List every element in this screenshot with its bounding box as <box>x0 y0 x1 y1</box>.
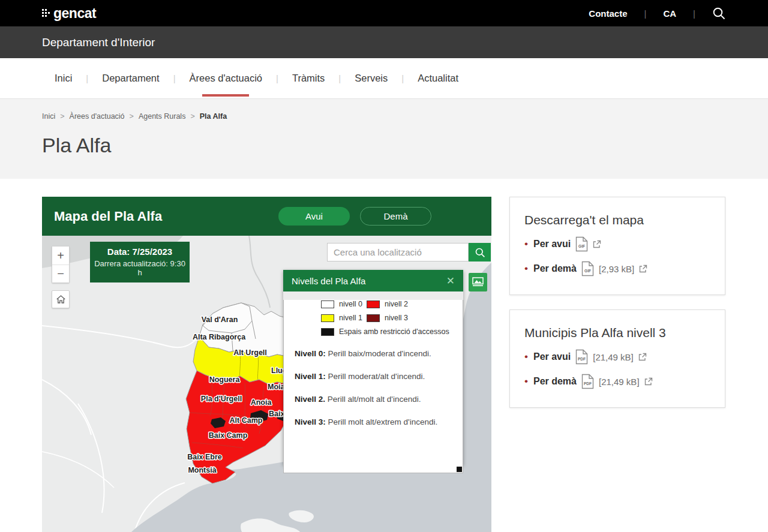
svg-text:PDF: PDF <box>578 357 586 361</box>
nivell0-swatch <box>321 300 334 308</box>
legend-description-2: Nivell 2. Perill alt/molt alt d'incendi. <box>295 395 463 404</box>
municipis-nivell3-card: Municipis Pla Alfa nivell 3 • Per avui P… <box>509 309 725 408</box>
nav-separator: | <box>173 73 176 83</box>
legend-swatch-nivell3: nivell 3 <box>367 314 463 322</box>
map-label-noguera: Noguera <box>209 375 241 384</box>
bullet: • <box>524 351 528 363</box>
legend-description-1: Nivell 1: Perill moderat/alt d'incendi. <box>295 372 463 381</box>
municipis-tomorrow-pdf-link[interactable]: • Per demà PDF [21,49 kB] <box>524 374 710 389</box>
legend-swatch-restricted: Espais amb restricció d'accessos <box>321 327 463 336</box>
gencat-dots-icon <box>42 7 52 19</box>
top-bar: gencat Contacte | CA | <box>0 0 768 26</box>
location-search-input[interactable] <box>327 243 469 262</box>
breadcrumb-inici[interactable]: Inici <box>42 112 55 121</box>
breadcrumb: Inici > Àrees d'actuació > Agents Rurals… <box>42 112 726 121</box>
main-nav: Inici | Departament | Àrees d'actuació |… <box>0 58 768 99</box>
logo-text: gencat <box>53 7 96 20</box>
external-link-icon <box>593 240 601 248</box>
nav-item-actualitat[interactable]: Actualitat <box>418 58 458 99</box>
map-date: Data: 7/25/2023 <box>92 247 187 257</box>
svg-text:GIF: GIF <box>578 244 585 248</box>
breadcrumb-arees[interactable]: Àrees d'actuació <box>70 112 125 121</box>
location-search <box>327 243 491 262</box>
map-label-anoia: Anoia <box>251 398 272 407</box>
legend-swatch-nivell2: nivell 2 <box>367 300 463 308</box>
zoom-controls: + − <box>52 246 70 283</box>
download-today-gif-link[interactable]: • Per avui GIF <box>524 236 710 252</box>
legend-swatch-nivell0: nivell 0 <box>321 300 367 308</box>
breadcrumb-agents-rurals[interactable]: Agents Rurals <box>139 112 186 121</box>
external-link-icon <box>638 353 647 361</box>
map-card: Mapa del Pla Alfa Avui Demà <box>42 197 491 532</box>
tomorrow-toggle-button[interactable]: Demà <box>360 207 431 226</box>
map-label-pla-durgell: Pla d'Urgell <box>201 395 242 403</box>
legend-header: Nivells del Pla Alfa ✕ <box>283 270 463 291</box>
map-label-alta-ribagorca: Alta Ribagorça <box>193 333 246 341</box>
nav-item-serveis[interactable]: Serveis <box>355 58 388 99</box>
bullet: • <box>524 238 528 250</box>
zoom-in-button[interactable]: + <box>52 247 69 265</box>
file-size: [21,49 kB] <box>599 377 640 387</box>
map-label-montsia: Montsià <box>188 466 216 474</box>
map-viewport[interactable]: Val d'Aran Alta Ribagorça Alt Urgell Nog… <box>42 236 491 532</box>
gif-file-icon: GIF <box>575 236 588 252</box>
legend-panel: Nivells del Pla Alfa ✕ nivell 0 nivell 2 <box>283 270 463 465</box>
pdf-file-icon: PDF <box>575 349 588 365</box>
nav-item-arees-actuacio[interactable]: Àrees d'actuació <box>190 58 262 99</box>
external-link-icon <box>639 265 647 273</box>
map-label-val-daran: Val d'Aran <box>202 315 238 324</box>
municipis-today-pdf-link[interactable]: • Per avui PDF [21,49 kB] <box>524 349 710 365</box>
restricted-swatch <box>321 328 334 336</box>
map-label-baix-ebre: Baix Ebre <box>187 453 222 461</box>
download-map-card: Descarrega't el mapa • Per avui GIF • Pe… <box>509 197 725 295</box>
download-tomorrow-gif-link[interactable]: • Per demà GIF [2,93 kB] <box>524 261 710 276</box>
nav-item-tramits[interactable]: Tràmits <box>292 58 325 99</box>
map-title: Mapa del Pla Alfa <box>54 209 162 224</box>
gencat-logo[interactable]: gencat <box>42 7 96 20</box>
legend-title: Nivells del Pla Alfa <box>292 276 365 286</box>
zoom-out-button[interactable]: − <box>52 265 69 282</box>
file-size: [2,93 kB] <box>599 264 634 274</box>
breadcrumb-separator: > <box>190 112 194 121</box>
home-icon <box>56 294 66 304</box>
nivell3-swatch <box>367 314 380 322</box>
search-icon <box>475 247 485 258</box>
nav-separator: | <box>276 73 278 83</box>
legend-description-0: Nivell 0: Perill baix/moderat d'incendi. <box>295 349 463 358</box>
close-icon[interactable]: ✕ <box>446 276 455 286</box>
nav-separator: | <box>86 73 88 83</box>
nav-separator: | <box>338 73 341 83</box>
nav-separator: | <box>401 73 404 83</box>
breadcrumb-separator: > <box>60 112 64 121</box>
department-title[interactable]: Departament d'Interior <box>42 36 155 49</box>
search-icon[interactable] <box>712 7 726 20</box>
breadcrumb-section: Inici > Àrees d'actuació > Agents Rurals… <box>0 99 768 179</box>
separator: | <box>644 8 647 19</box>
language-selector[interactable]: CA <box>663 8 676 19</box>
bullet: • <box>524 263 528 275</box>
location-search-button[interactable] <box>469 243 491 262</box>
download-map-title: Descarrega't el mapa <box>524 213 710 227</box>
separator: | <box>693 8 695 19</box>
breadcrumb-separator: > <box>130 112 134 121</box>
department-bar: Departament d'Interior <box>0 26 768 58</box>
municipis-nivell3-title: Municipis Pla Alfa nivell 3 <box>524 326 710 340</box>
today-toggle-button[interactable]: Avui <box>278 207 350 226</box>
contact-link[interactable]: Contacte <box>589 8 627 19</box>
legend-body: nivell 0 nivell 2 nivell 1 nivell 3 <box>283 300 463 473</box>
legend-swatch-nivell1: nivell 1 <box>321 314 367 322</box>
nivell1-swatch <box>321 314 334 322</box>
pdf-file-icon: PDF <box>581 374 594 389</box>
map-label-baix-camp: Baix Camp <box>209 431 248 440</box>
basemap-icon <box>472 277 484 287</box>
basemap-gallery-button[interactable] <box>469 273 487 291</box>
file-size: [21,49 kB] <box>593 352 634 362</box>
nav-item-inici[interactable]: Inici <box>55 58 72 99</box>
map-header: Mapa del Pla Alfa Avui Demà <box>42 197 491 236</box>
page-title: Pla Alfa <box>42 134 726 157</box>
home-extent-button[interactable] <box>52 290 70 308</box>
nav-item-departament[interactable]: Departament <box>102 58 159 99</box>
svg-text:GIF: GIF <box>584 269 591 273</box>
legend-resize-handle[interactable] <box>457 467 462 472</box>
main-content: Mapa del Pla Alfa Avui Demà <box>0 179 768 532</box>
